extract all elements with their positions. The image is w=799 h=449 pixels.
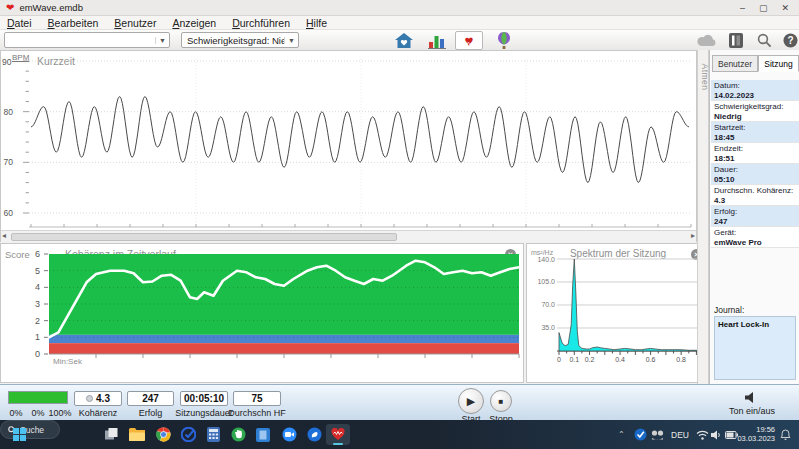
stop-button[interactable]: ■ <box>490 390 512 412</box>
menu-item-hilfe[interactable]: Hilfe <box>306 17 327 29</box>
menu-item-benutzer[interactable]: Benutzer <box>114 17 156 29</box>
tab-benutzer[interactable]: Benutzer <box>712 55 758 72</box>
volume-icon[interactable] <box>711 424 722 445</box>
taskbar-notes-app[interactable] <box>251 424 275 445</box>
svg-text:140.0: 140.0 <box>537 256 555 263</box>
stat-value: 4.3 <box>96 393 110 404</box>
tray-clock[interactable]: 19:56 03.03.2023 <box>737 425 775 443</box>
field-label: Schwierigkeitsgrad: <box>714 102 799 112</box>
field-label: Dauer: <box>714 165 799 175</box>
taskbar-office-app[interactable] <box>302 424 326 445</box>
tray-language[interactable]: DEU <box>668 424 692 445</box>
close-button[interactable]: ✕ <box>781 3 789 13</box>
emwave-icon <box>331 428 345 441</box>
spectrum-chart-panel: ms²/Hz Spektrum der Sitzung ✕ 140.0105.0… <box>526 243 708 383</box>
toolbar: ▼ Schwierigkeitsgrad: Niedrig ▼ ♥∿∿ ? <box>0 30 799 51</box>
wifi-icon[interactable] <box>696 424 709 445</box>
start-menu-button[interactable] <box>10 424 28 445</box>
svg-text:2: 2 <box>35 316 40 326</box>
session-field-6: Durchschn. Kohärenz:4.3 <box>711 185 799 206</box>
coherence-xlabel: Min:Sek <box>53 357 82 366</box>
journal-entry[interactable]: Heart Lock-In <box>714 316 796 380</box>
library-icon[interactable] <box>724 31 748 50</box>
field-value: 247 <box>714 217 727 226</box>
svg-text:0: 0 <box>557 356 561 363</box>
difficulty-select[interactable]: Schwierigkeitsgrad: Niedrig ▼ <box>181 32 299 48</box>
taskbar-emwave[interactable] <box>326 424 350 445</box>
progress-chart-icon[interactable] <box>425 31 449 50</box>
taskbar-explorer[interactable] <box>125 424 149 445</box>
cloud-sync-icon[interactable] <box>695 31 719 50</box>
field-value: 05:10 <box>714 175 734 184</box>
tab-sitzung[interactable]: Sitzung <box>758 55 799 72</box>
session-field-4: Endzeit:18:51 <box>711 143 799 164</box>
chevron-down-icon: ▼ <box>284 37 298 44</box>
scroll-right-arrow[interactable]: ▸ <box>691 231 695 240</box>
coherence-level-dot <box>86 395 93 402</box>
session-field-5: Dauer:05:10 <box>711 164 799 185</box>
spectrum-chart: 140.0105.070.035.000.10.20.40.60.8 <box>527 244 709 384</box>
taskbar-zoom[interactable] <box>277 424 301 445</box>
help-icon[interactable]: ? <box>778 31 799 50</box>
stat-box-kohärenz: 4.3 <box>74 391 122 406</box>
taskbar-search[interactable]: Suche <box>0 420 60 439</box>
search-icon[interactable] <box>752 31 776 50</box>
field-label: Durchschn. Kohärenz: <box>714 186 799 196</box>
svg-text:0.2: 0.2 <box>585 356 595 363</box>
chrome-icon <box>156 427 171 442</box>
field-label: Startzeit: <box>714 123 799 133</box>
hr-chart: 807060 <box>1 51 698 231</box>
taskbar-evernote[interactable] <box>226 424 250 445</box>
menu-item-durchführen[interactable]: Durchführen <box>232 17 290 29</box>
office-app-icon <box>307 427 322 442</box>
taskbar-chrome[interactable] <box>151 424 175 445</box>
stat-value: 00:05:10 <box>184 393 224 404</box>
stat-value: 75 <box>251 393 262 404</box>
notification-bell-icon[interactable] <box>780 424 791 445</box>
field-label: Endzeit: <box>714 144 799 154</box>
ticktick-icon <box>181 427 196 442</box>
user-select[interactable]: ▼ <box>4 32 170 48</box>
windows-logo-icon <box>13 428 26 441</box>
field-label: Erfolg: <box>714 207 799 217</box>
hr-scrollbar-thumb[interactable] <box>11 233 397 241</box>
scroll-left-arrow[interactable]: ◂ <box>2 231 6 240</box>
hr-scrollbar[interactable]: ◂ ▸ <box>1 230 696 242</box>
speaker-icon[interactable] <box>745 392 757 403</box>
taskbar-task-view[interactable] <box>99 424 123 445</box>
menu-item-datei[interactable]: Datei <box>7 17 32 29</box>
tab-sitzung-label: Sitzung <box>764 59 792 69</box>
svg-text:0.4: 0.4 <box>615 356 625 363</box>
tray-chevron-icon[interactable]: ⌃ <box>618 424 625 445</box>
field-value: 18:45 <box>714 133 734 142</box>
battery-icon[interactable] <box>725 424 738 445</box>
menu-item-bearbeiten[interactable]: Bearbeiten <box>48 17 99 29</box>
stop-icon: ■ <box>499 397 504 406</box>
start-button[interactable]: ▶ <box>458 388 484 414</box>
svg-text:4: 4 <box>35 282 40 292</box>
svg-text:0: 0 <box>35 349 40 359</box>
active-app-indicator <box>333 443 343 445</box>
session-heart-icon[interactable]: ♥∿∿ <box>455 31 483 50</box>
minimize-button[interactable]: – <box>740 3 745 13</box>
title-bar: ❤ emWave.emdb – ▢ ✕ <box>0 0 799 16</box>
field-label: Gerät: <box>714 228 799 238</box>
tray-date: 03.03.2023 <box>737 434 775 443</box>
stat-box-durchschn-hf: 75 <box>233 391 281 406</box>
home-icon[interactable] <box>392 31 416 50</box>
session-field-3: Startzeit:18:45 <box>711 122 799 143</box>
breath-pacer-strip[interactable]: Atmen <box>697 50 709 384</box>
task-view-icon <box>104 427 119 442</box>
difficulty-select-value: Schwierigkeitsgrad: Niedrig <box>182 35 284 46</box>
taskbar-ticktick[interactable] <box>176 424 200 445</box>
tray-app-icon[interactable] <box>651 424 664 445</box>
session-field-7: Erfolg:247 <box>711 206 799 227</box>
taskbar-calculator[interactable] <box>201 424 225 445</box>
svg-text:70.0: 70.0 <box>541 301 555 308</box>
balloon-game-icon[interactable] <box>492 31 516 50</box>
maximize-button[interactable]: ▢ <box>759 3 768 13</box>
tray-check-app-icon[interactable] <box>634 424 647 445</box>
sound-toggle-label[interactable]: Ton ein/aus <box>722 406 782 416</box>
svg-text:3: 3 <box>35 299 40 309</box>
menu-item-anzeigen[interactable]: Anzeigen <box>172 17 216 29</box>
